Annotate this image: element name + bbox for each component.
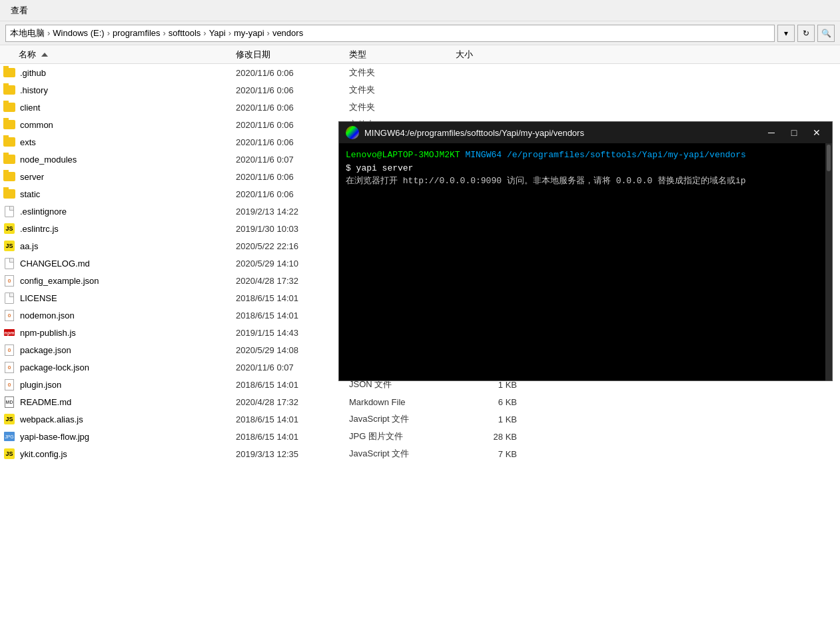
cell-name: exts — [3, 135, 236, 149]
dropdown-button[interactable]: ▾ — [777, 25, 795, 42]
minimize-button[interactable]: ─ — [763, 126, 780, 139]
file-name: aa.js — [20, 241, 38, 251]
sort-icon — [41, 53, 48, 57]
path-seg-6[interactable]: vendors — [272, 28, 303, 38]
cell-size: 6 KB — [456, 397, 522, 407]
cell-date: 2018/6/15 14:01 — [236, 380, 349, 390]
cell-date: 2020/5/22 22:16 — [236, 241, 349, 251]
file-icon — [3, 257, 16, 270]
file-name: exts — [20, 137, 36, 147]
json-icon: {} — [3, 309, 16, 322]
cell-date: 2018/6/15 14:01 — [236, 414, 349, 424]
address-path: 本地电脑 › Windows (E:) › programfiles › sof… — [5, 25, 775, 42]
path-seg-1[interactable]: Windows (E:) — [53, 28, 104, 38]
terminal-line-1: Lenovo@LAPTOP-3MOJM2KT MINGW64 /e/progra… — [346, 149, 825, 162]
file-icon — [3, 291, 16, 305]
cell-size: 7 KB — [456, 449, 522, 459]
file-name: client — [20, 103, 40, 113]
cell-date: 2020/11/6 0:06 — [236, 85, 349, 95]
table-row[interactable]: .github 2020/11/6 0:06 文件夹 — [0, 64, 840, 81]
cell-date: 2019/1/15 14:43 — [236, 328, 349, 338]
folder-icon — [3, 187, 16, 201]
md-icon: MD — [3, 395, 16, 408]
maximize-button[interactable]: □ — [785, 126, 803, 139]
cell-date: 2018/6/15 14:01 — [236, 293, 349, 303]
menu-view[interactable]: 查看 — [5, 2, 33, 19]
table-row[interactable]: .history 2020/11/6 0:06 文件夹 — [0, 81, 840, 99]
publish-icon: npm — [3, 326, 16, 339]
table-row[interactable]: MD README.md 2020/4/28 17:32 Markdown Fi… — [0, 393, 840, 410]
cell-date: 2020/5/29 14:10 — [236, 259, 349, 269]
cell-date: 2020/11/6 0:06 — [236, 68, 349, 78]
col-header-name[interactable]: 名称 — [3, 49, 236, 61]
cell-name: MD README.md — [3, 395, 236, 408]
terminal-cwd: /e/programfiles/softtools/Yapi/my-yapi/v… — [507, 150, 746, 160]
js-icon: JS — [3, 222, 16, 235]
search-button[interactable]: 🔍 — [817, 25, 835, 42]
folder-icon — [3, 135, 16, 149]
cell-size: 1 KB — [456, 414, 522, 424]
cell-date: 2019/1/30 10:03 — [236, 224, 349, 234]
cell-date: 2020/11/6 0:06 — [236, 189, 349, 199]
path-seg-2[interactable]: programfiles — [113, 28, 161, 38]
path-seg-3[interactable]: softtools — [169, 28, 201, 38]
cell-date: 2020/11/6 0:06 — [236, 120, 349, 130]
cell-name: static — [3, 187, 236, 201]
path-seg-4[interactable]: Yapi — [209, 28, 226, 38]
cell-name: node_modules — [3, 153, 236, 166]
cell-name: .history — [3, 83, 236, 97]
file-name: .eslintrc.js — [20, 224, 59, 234]
col-header-date[interactable]: 修改日期 — [236, 49, 349, 61]
cell-name: server — [3, 170, 236, 183]
cell-name: common — [3, 118, 236, 131]
address-bar: 本地电脑 › Windows (E:) › programfiles › sof… — [0, 21, 840, 45]
cell-name: .github — [3, 66, 236, 79]
file-name: .eslintignore — [20, 207, 67, 217]
cell-type: 文件夹 — [349, 84, 456, 96]
file-name: nodemon.json — [20, 311, 75, 320]
table-row[interactable]: JPG yapi-base-flow.jpg 2018/6/15 14:01 J… — [0, 428, 840, 445]
refresh-button[interactable]: ↻ — [797, 25, 815, 42]
json-icon: {} — [3, 343, 16, 356]
folder-icon — [3, 83, 16, 97]
cell-type: 文件夹 — [349, 101, 456, 113]
table-row[interactable]: JS ykit.config.js 2019/3/13 12:35 JavaSc… — [0, 445, 840, 462]
json-icon: {} — [3, 274, 16, 287]
folder-icon — [3, 118, 16, 131]
terminal-scrollbar[interactable] — [825, 143, 832, 380]
file-name: plugin.json — [20, 380, 61, 390]
cell-name: {} plugin.json — [3, 378, 236, 391]
col-header-type[interactable]: 类型 — [349, 49, 456, 61]
cell-date: 2020/11/6 0:07 — [236, 362, 349, 372]
file-name: server — [20, 172, 44, 182]
path-seg-5[interactable]: my-yapi — [234, 28, 264, 38]
column-headers: 名称 修改日期 类型 大小 — [0, 45, 840, 64]
cell-date: 2019/2/13 14:22 — [236, 207, 349, 217]
cell-date: 2020/4/28 17:32 — [236, 397, 349, 407]
cell-name: CHANGELOG.md — [3, 257, 236, 270]
table-row[interactable]: client 2020/11/6 0:06 文件夹 — [0, 99, 840, 116]
cell-type: 文件夹 — [349, 67, 456, 79]
cell-name: .eslintignore — [3, 205, 236, 218]
file-name: .history — [20, 85, 48, 95]
cell-date: 2020/11/6 0:06 — [236, 172, 349, 182]
cell-size: 28 KB — [456, 432, 522, 442]
file-name: ykit.config.js — [20, 449, 67, 459]
file-name: webpack.alias.js — [20, 414, 83, 424]
terminal-title: MINGW64:/e/programfiles/softtools/Yapi/m… — [364, 128, 757, 138]
file-name: README.md — [20, 397, 71, 407]
table-row[interactable]: JS webpack.alias.js 2018/6/15 14:01 Java… — [0, 410, 840, 428]
path-seg-0[interactable]: 本地电脑 — [10, 27, 45, 39]
terminal-mingw: MINGW64 — [465, 150, 502, 160]
cell-name: LICENSE — [3, 291, 236, 305]
col-header-size[interactable]: 大小 — [456, 49, 522, 61]
file-name: static — [20, 189, 40, 199]
folder-icon — [3, 66, 16, 79]
cell-name: client — [3, 101, 236, 114]
terminal-titlebar: MINGW64:/e/programfiles/softtools/Yapi/m… — [339, 122, 832, 143]
cell-date: 2018/6/15 14:01 — [236, 432, 349, 442]
cell-name: JPG yapi-base-flow.jpg — [3, 430, 236, 443]
folder-icon — [3, 101, 16, 114]
cell-type: JavaScript 文件 — [349, 413, 456, 425]
close-button[interactable]: ✕ — [808, 126, 825, 139]
